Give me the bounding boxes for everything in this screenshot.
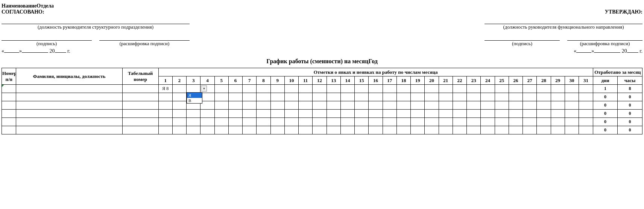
sig-line-left-signature[interactable] [2,35,92,41]
cell-day[interactable]: Я 8 [158,85,172,93]
cell-day[interactable] [257,110,270,118]
cell-day[interactable] [439,126,453,134]
cell-day[interactable] [467,110,481,118]
cell-day[interactable] [396,101,410,110]
cell-day[interactable] [495,93,509,101]
cell-day[interactable] [200,110,214,118]
cell-day[interactable] [187,110,200,118]
cell-day[interactable] [243,126,257,134]
cell-day[interactable] [270,101,284,110]
cell-day[interactable] [383,110,396,118]
cell-day[interactable] [495,85,509,93]
cell-day[interactable] [495,101,509,110]
cell-day[interactable] [158,110,172,118]
cell-day[interactable] [228,118,242,126]
cell-tabnum[interactable] [122,101,158,110]
cell-day[interactable] [565,101,579,110]
cell-day[interactable] [327,110,340,118]
cell-day[interactable] [523,85,537,93]
cell-day[interactable] [313,118,327,126]
cell-day[interactable] [228,110,242,118]
cell-day[interactable] [509,93,522,101]
cell-day[interactable] [565,118,579,126]
cell-day[interactable] [411,93,425,101]
cell-day[interactable] [257,118,270,126]
cell-num[interactable] [2,85,16,93]
cell-day[interactable] [453,85,466,93]
cell-day[interactable] [313,101,327,110]
cell-day[interactable] [243,93,257,101]
cell-day[interactable] [355,85,369,93]
cell-day[interactable] [509,85,522,93]
cell-tabnum[interactable] [122,85,158,93]
dropdown-arrow-icon[interactable]: ▼ [201,85,207,92]
cell-day[interactable] [369,118,383,126]
cell-day[interactable] [187,126,200,134]
cell-day[interactable] [537,93,551,101]
cell-day[interactable] [537,110,551,118]
cell-day[interactable] [270,93,284,101]
cell-day[interactable] [172,118,186,126]
cell-day[interactable] [172,126,186,134]
cell-day[interactable] [340,85,354,93]
cell-day[interactable] [467,93,481,101]
cell-day[interactable] [172,110,186,118]
cell-day[interactable] [243,101,257,110]
cell-day[interactable] [579,85,593,93]
cell-day[interactable] [355,110,369,118]
cell-day[interactable] [439,101,453,110]
cell-num[interactable] [2,93,16,101]
cell-name[interactable] [16,93,122,101]
cell-day[interactable] [214,126,228,134]
cell-day[interactable] [439,118,453,126]
cell-day[interactable] [200,93,214,101]
cell-day[interactable] [214,110,228,118]
sig-line-left-position[interactable] [2,18,190,24]
cell-day[interactable] [579,93,593,101]
cell-tabnum[interactable] [122,110,158,118]
cell-day[interactable] [187,118,200,126]
date-month-blank-right[interactable] [594,48,620,53]
cell-day[interactable] [299,118,313,126]
cell-day[interactable] [313,93,327,101]
cell-tabnum[interactable] [122,126,158,134]
cell-day[interactable] [257,85,270,93]
cell-day[interactable] [257,93,270,101]
cell-day[interactable] [509,118,522,126]
cell-day[interactable] [396,126,410,134]
cell-day[interactable] [453,118,466,126]
cell-num[interactable] [2,101,16,110]
cell-day[interactable] [299,110,313,118]
cell-day[interactable] [355,126,369,134]
cell-day[interactable] [537,126,551,134]
cell-day[interactable] [523,126,537,134]
cell-tabnum[interactable] [122,118,158,126]
cell-day[interactable] [411,85,425,93]
dropdown-option[interactable]: В [187,98,202,103]
cell-day[interactable] [551,93,565,101]
cell-day[interactable] [453,110,466,118]
cell-day[interactable] [425,126,439,134]
cell-day[interactable] [313,110,327,118]
cell-day[interactable] [396,85,410,93]
cell-day[interactable] [411,110,425,118]
cell-day[interactable] [411,126,425,134]
cell-day[interactable] [481,93,495,101]
cell-day[interactable] [270,126,284,134]
cell-day[interactable] [383,118,396,126]
cell-day[interactable] [355,101,369,110]
cell-name[interactable] [16,110,122,118]
cell-day[interactable] [200,126,214,134]
cell-day[interactable] [523,110,537,118]
cell-day[interactable] [355,118,369,126]
cell-day[interactable] [299,101,313,110]
cell-day[interactable] [383,93,396,101]
cell-day[interactable] [228,101,242,110]
cell-day[interactable] [509,101,522,110]
cell-day[interactable] [579,118,593,126]
cell-day[interactable] [299,126,313,134]
cell-day[interactable] [411,118,425,126]
cell-day[interactable] [313,126,327,134]
cell-day[interactable] [299,93,313,101]
cell-day[interactable] [495,110,509,118]
